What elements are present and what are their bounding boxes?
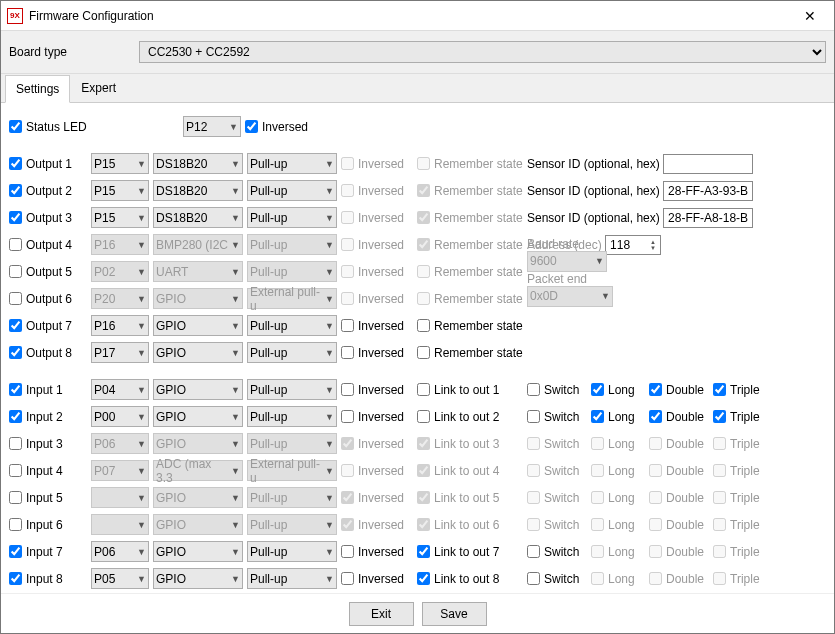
input-enable-checkbox[interactable]: [9, 437, 22, 450]
output-enable-checkbox[interactable]: [9, 184, 22, 197]
output-pull-select[interactable]: Pull-up▼: [247, 180, 337, 201]
output-enable-checkbox[interactable]: [9, 346, 22, 359]
input-triple[interactable]: Triple: [713, 491, 767, 505]
input-switch[interactable]: Switch: [527, 437, 587, 451]
input-enable[interactable]: Input 7: [9, 545, 87, 559]
output-inversed[interactable]: Inversed: [341, 211, 413, 225]
statusled-checkbox[interactable]: [9, 120, 22, 133]
output-pin-select[interactable]: P20▼: [91, 288, 149, 309]
input-type-select[interactable]: GPIO▼: [153, 487, 243, 508]
input-long[interactable]: Long: [591, 383, 645, 397]
output-pin-select[interactable]: P15▼: [91, 180, 149, 201]
output-type-select[interactable]: GPIO▼: [153, 342, 243, 363]
input-long[interactable]: Long: [591, 518, 645, 532]
baud-select[interactable]: 9600▼: [527, 251, 607, 272]
tab-settings[interactable]: Settings: [5, 75, 70, 103]
input-enable[interactable]: Input 2: [9, 410, 87, 424]
output-remember[interactable]: Remember state: [417, 184, 523, 198]
input-triple[interactable]: Triple: [713, 545, 767, 559]
output-inversed[interactable]: Inversed: [341, 319, 413, 333]
input-pull-select[interactable]: Pull-up▼: [247, 406, 337, 427]
input-pull-select[interactable]: Pull-up▼: [247, 568, 337, 589]
output-pin-select[interactable]: P15▼: [91, 153, 149, 174]
input-inversed[interactable]: Inversed: [341, 437, 413, 451]
input-pin-select[interactable]: P00▼: [91, 406, 149, 427]
input-pin-select[interactable]: P05▼: [91, 568, 149, 589]
input-double[interactable]: Double: [649, 464, 709, 478]
input-inversed[interactable]: Inversed: [341, 518, 413, 532]
input-triple[interactable]: Triple: [713, 437, 767, 451]
tab-expert[interactable]: Expert: [70, 74, 127, 102]
input-double[interactable]: Double: [649, 572, 709, 586]
input-type-select[interactable]: GPIO▼: [153, 514, 243, 535]
output-type-select[interactable]: DS18B20▼: [153, 207, 243, 228]
input-double[interactable]: Double: [649, 437, 709, 451]
output-pull-select[interactable]: Pull-up▼: [247, 207, 337, 228]
output-pull-select[interactable]: Pull-up▼: [247, 261, 337, 282]
input-pin-select[interactable]: P07▼: [91, 460, 149, 481]
input-triple[interactable]: Triple: [713, 572, 767, 586]
input-linkto[interactable]: Link to out 7: [417, 545, 523, 559]
input-type-select[interactable]: GPIO▼: [153, 379, 243, 400]
input-enable-checkbox[interactable]: [9, 518, 22, 531]
input-pull-select[interactable]: Pull-up▼: [247, 487, 337, 508]
input-switch[interactable]: Switch: [527, 572, 587, 586]
output-pin-select[interactable]: P15▼: [91, 207, 149, 228]
input-linkto[interactable]: Link to out 4: [417, 464, 523, 478]
output-type-select[interactable]: DS18B20▼: [153, 180, 243, 201]
output-remember[interactable]: Remember state: [417, 238, 523, 252]
statusled-inversed-checkbox[interactable]: [245, 120, 258, 133]
input-type-select[interactable]: GPIO▼: [153, 568, 243, 589]
input-enable[interactable]: Input 6: [9, 518, 87, 532]
input-double[interactable]: Double: [649, 518, 709, 532]
output-pull-select[interactable]: External pull-u▼: [247, 288, 337, 309]
input-triple[interactable]: Triple: [713, 410, 767, 424]
input-enable-checkbox[interactable]: [9, 464, 22, 477]
output-pin-select[interactable]: P16▼: [91, 234, 149, 255]
output-remember[interactable]: Remember state: [417, 319, 523, 333]
input-double[interactable]: Double: [649, 410, 709, 424]
output-remember[interactable]: Remember state: [417, 211, 523, 225]
output-enable-checkbox[interactable]: [9, 319, 22, 332]
output-type-select[interactable]: UART▼: [153, 261, 243, 282]
save-button[interactable]: Save: [422, 602, 487, 626]
output-remember[interactable]: Remember state: [417, 292, 523, 306]
statusled-enable[interactable]: Status LED: [9, 120, 87, 134]
output-enable-checkbox[interactable]: [9, 157, 22, 170]
input-triple[interactable]: Triple: [713, 464, 767, 478]
input-enable-checkbox[interactable]: [9, 545, 22, 558]
input-inversed[interactable]: Inversed: [341, 410, 413, 424]
input-inversed[interactable]: Inversed: [341, 491, 413, 505]
output-pull-select[interactable]: Pull-up▼: [247, 342, 337, 363]
input-enable-checkbox[interactable]: [9, 410, 22, 423]
output-pin-select[interactable]: P02▼: [91, 261, 149, 282]
input-pin-select[interactable]: ▼: [91, 487, 149, 508]
output-enable-checkbox[interactable]: [9, 238, 22, 251]
output-enable[interactable]: Output 5: [9, 265, 87, 279]
pktend-select[interactable]: 0x0D▼: [527, 286, 613, 307]
input-enable[interactable]: Input 5: [9, 491, 87, 505]
output-remember[interactable]: Remember state: [417, 346, 523, 360]
output-enable[interactable]: Output 2: [9, 184, 87, 198]
input-long[interactable]: Long: [591, 545, 645, 559]
input-enable[interactable]: Input 8: [9, 572, 87, 586]
input-pin-select[interactable]: ▼: [91, 514, 149, 535]
output-pull-select[interactable]: Pull-up▼: [247, 234, 337, 255]
input-double[interactable]: Double: [649, 383, 709, 397]
output-enable-checkbox[interactable]: [9, 211, 22, 224]
sensorid-input[interactable]: [663, 208, 753, 228]
addr-input[interactable]: 118▲▼: [605, 235, 661, 255]
statusled-pin-select[interactable]: P12▼: [183, 116, 241, 137]
input-switch[interactable]: Switch: [527, 491, 587, 505]
input-linkto[interactable]: Link to out 1: [417, 383, 523, 397]
input-long[interactable]: Long: [591, 464, 645, 478]
input-enable-checkbox[interactable]: [9, 383, 22, 396]
output-type-select[interactable]: GPIO▼: [153, 288, 243, 309]
output-pull-select[interactable]: Pull-up▼: [247, 153, 337, 174]
input-long[interactable]: Long: [591, 410, 645, 424]
input-linkto[interactable]: Link to out 3: [417, 437, 523, 451]
output-inversed[interactable]: Inversed: [341, 184, 413, 198]
output-remember[interactable]: Remember state: [417, 157, 523, 171]
input-switch[interactable]: Switch: [527, 410, 587, 424]
output-inversed[interactable]: Inversed: [341, 238, 413, 252]
